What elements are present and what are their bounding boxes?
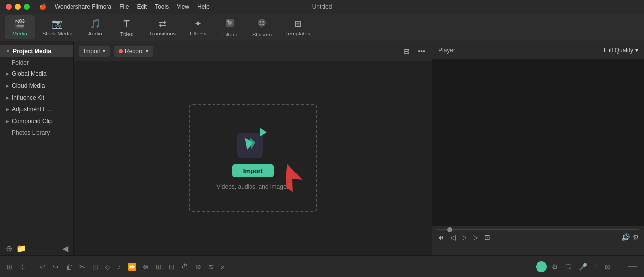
settings-icon[interactable]: ⚙: [633, 233, 639, 241]
bottom-more-icon[interactable]: »: [219, 261, 227, 272]
sidebar-item-cloud-media[interactable]: ▶ Cloud Media: [0, 80, 73, 92]
sidebar: ▼ Project Media Folder ▶ Global Media ▶ …: [0, 41, 74, 255]
collapse-sidebar-icon[interactable]: ◀: [62, 244, 68, 253]
playback-progress-bar[interactable]: [437, 229, 639, 230]
more-options-icon[interactable]: •••: [416, 46, 427, 56]
window-title: Untitled: [312, 3, 332, 10]
project-media-arrow: ▼: [6, 49, 10, 54]
menu-view[interactable]: View: [177, 3, 189, 10]
player-label: Player: [438, 47, 455, 54]
record-indicator[interactable]: [536, 261, 547, 272]
toolbar-effects[interactable]: ✦ Effects: [183, 15, 213, 39]
bottom-shield-icon[interactable]: 🛡: [563, 261, 574, 272]
new-folder-icon[interactable]: ⊕: [6, 244, 12, 253]
bottom-shape-icon[interactable]: ◇: [103, 261, 112, 272]
sidebar-item-adjustment[interactable]: ▶ Adjustment L...: [0, 104, 73, 115]
frame-forward-button[interactable]: ▷: [473, 233, 478, 241]
titles-icon: T: [123, 18, 129, 30]
project-media-label: Project Media: [13, 48, 51, 55]
sidebar-item-influence-kit[interactable]: ▶ Influence Kit: [0, 92, 73, 104]
content-toolbar: Import ▾ Record ▾ ⊟ •••: [74, 41, 432, 61]
toolbar-stickers[interactable]: Stickers: [247, 15, 278, 40]
import-button[interactable]: Import ▾: [79, 46, 110, 57]
apple-menu[interactable]: 🍎: [39, 3, 47, 10]
preview-controls: ⏮ ◁ ▷ ▷ ⊡ 🔊 ⚙: [432, 226, 644, 255]
bottom-split-icon[interactable]: ≋: [206, 261, 216, 272]
filters-icon: [225, 18, 235, 30]
bottom-delete-icon[interactable]: 🗑: [64, 261, 74, 272]
bottom-timer-icon[interactable]: ⏱: [179, 261, 190, 272]
sidebar-item-compound-clip[interactable]: ▶ Compound Clip: [0, 115, 73, 127]
drop-zone[interactable]: Import Videos, audios, and images: [189, 104, 317, 212]
influence-kit-label: Influence Kit: [12, 94, 44, 101]
bottom-separator-2: [232, 262, 232, 272]
import-center-button[interactable]: Import: [232, 164, 274, 177]
sidebar-item-global-media[interactable]: ▶ Global Media: [0, 68, 73, 80]
audio-label: Audio: [88, 31, 102, 36]
bottom-speed-icon[interactable]: ⏩: [126, 261, 138, 272]
svg-marker-9: [279, 164, 306, 194]
templates-icon: ⊞: [294, 18, 302, 29]
cloud-media-label: Cloud Media: [12, 82, 45, 89]
bottom-pointer-icon[interactable]: ⊹: [18, 261, 28, 272]
bottom-stabilize-icon[interactable]: ⊡: [167, 261, 177, 272]
influence-kit-arrow: ▶: [6, 95, 9, 100]
toolbar-titles[interactable]: T Titles: [112, 15, 142, 40]
bottom-share-icon[interactable]: ⊠: [603, 261, 612, 272]
compound-clip-label: Compound Clip: [12, 118, 53, 125]
logo-small-arrow-icon: [258, 127, 269, 140]
media-label: Media: [12, 31, 27, 36]
frame-back-button[interactable]: ◁: [450, 233, 456, 241]
toolbar-audio[interactable]: 🎵 Audio: [80, 15, 110, 39]
progress-thumb[interactable]: [447, 227, 452, 232]
step-back-button[interactable]: ⏮: [437, 233, 444, 241]
svg-point-5: [263, 21, 264, 22]
bottom-grid-icon[interactable]: ⊞: [5, 261, 15, 272]
record-chevron-icon: ▾: [146, 48, 148, 54]
close-button[interactable]: [6, 4, 12, 10]
sidebar-item-photos-library[interactable]: Photos Library: [0, 127, 73, 138]
bottom-freeze-icon[interactable]: ⊛: [141, 261, 151, 272]
sidebar-item-project-media[interactable]: ▼ Project Media: [0, 45, 73, 57]
bottom-bar: ⊞ ⊹ ↩ ↪ 🗑 ✂ ⊡ ◇ ♪ ⏩ ⊛ ⊞ ⊡ ⏱ ⊕ ≋ » ⚙ 🛡 🎤 …: [0, 255, 644, 277]
menu-bar: 🍎 Wondershare Filmora File Edit Tools Vi…: [39, 3, 210, 10]
svg-point-3: [258, 19, 266, 27]
quality-selector[interactable]: Full Quality ▾: [604, 47, 638, 54]
bottom-undo-icon[interactable]: ↩: [38, 261, 48, 272]
bottom-export-icon[interactable]: ↑: [592, 261, 600, 272]
menu-tools[interactable]: Tools: [155, 3, 169, 10]
minimize-button[interactable]: [15, 4, 21, 10]
titlebar: 🍎 Wondershare Filmora File Edit Tools Vi…: [0, 0, 644, 14]
bottom-minus-icon[interactable]: −: [615, 261, 623, 272]
bottom-crop-icon[interactable]: ⊡: [90, 261, 100, 272]
bottom-transform-icon[interactable]: ⊞: [154, 261, 164, 272]
bottom-connect-icon[interactable]: ⊕: [193, 261, 203, 272]
play-button[interactable]: ▷: [462, 233, 467, 241]
menu-edit[interactable]: Edit: [137, 3, 147, 10]
filter-sort-icon[interactable]: ⊟: [402, 46, 412, 56]
bottom-mic-icon[interactable]: 🎤: [577, 261, 589, 272]
record-button[interactable]: Record ▾: [114, 46, 153, 57]
toolbar-media[interactable]: 🎬 Media: [5, 15, 35, 39]
toolbar-filters[interactable]: Filters: [215, 15, 245, 40]
bottom-settings-icon[interactable]: ⚙: [550, 261, 560, 272]
toolbar-templates[interactable]: ⊞ Templates: [280, 15, 316, 39]
sidebar-sub-folder[interactable]: Folder: [0, 57, 73, 68]
compound-clip-arrow: ▶: [6, 119, 9, 124]
bottom-audio-icon[interactable]: ♪: [115, 261, 123, 272]
arrow-cursor-decoration: [278, 164, 315, 201]
preview-screen: [432, 59, 644, 226]
toolbar-stock-media[interactable]: 📷 Stock Media: [36, 15, 78, 39]
volume-icon[interactable]: 🔊: [621, 233, 630, 241]
maximize-button[interactable]: [24, 4, 30, 10]
menu-help[interactable]: Help: [197, 3, 210, 10]
global-media-label: Global Media: [12, 70, 47, 77]
import-to-folder-icon[interactable]: 📁: [16, 244, 26, 253]
bottom-cut-icon[interactable]: ✂: [77, 261, 87, 272]
fullscreen-button[interactable]: ⊡: [484, 233, 490, 241]
toolbar-transitions[interactable]: ⇄ Transitions: [143, 15, 181, 39]
menu-file[interactable]: File: [119, 3, 129, 10]
import-label: Import: [84, 48, 101, 55]
bottom-redo-icon[interactable]: ↪: [51, 261, 61, 272]
svg-point-4: [260, 21, 261, 22]
